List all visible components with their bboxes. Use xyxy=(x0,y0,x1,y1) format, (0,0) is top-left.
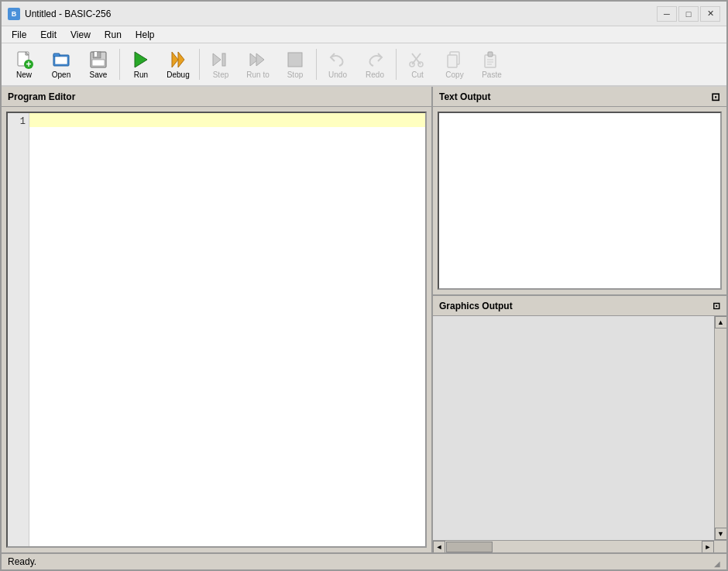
text-output-panel: Text Output ⊡ xyxy=(433,87,726,296)
menu-file[interactable]: File xyxy=(5,27,33,43)
text-output-header: Text Output ⊡ xyxy=(433,87,726,107)
graphics-output-expand-icon[interactable]: ⊡ xyxy=(713,301,720,311)
cut-icon xyxy=(408,50,427,69)
app-icon: B xyxy=(8,8,20,20)
editor-panel: Program Editor 1 xyxy=(2,87,433,552)
svg-marker-17 xyxy=(256,53,264,66)
new-icon: + xyxy=(15,50,33,69)
code-area[interactable] xyxy=(29,113,425,546)
graphics-horizontal-scrollbar[interactable]: ◄ ► xyxy=(433,541,714,552)
window-controls: ─ □ ✕ xyxy=(657,6,720,22)
runto-label: Run to xyxy=(246,71,269,79)
separator-3 xyxy=(316,49,317,80)
maximize-button[interactable]: □ xyxy=(678,6,699,22)
text-output-expand-icon[interactable]: ⊡ xyxy=(711,91,720,103)
title-bar: B Untitled - BASIC-256 ─ □ ✕ xyxy=(2,2,726,26)
svg-text:+: + xyxy=(26,59,31,69)
svg-rect-6 xyxy=(55,57,67,64)
save-button[interactable]: Save xyxy=(81,46,116,83)
cut-button[interactable]: Cut xyxy=(400,46,435,83)
resize-grip[interactable]: ◢ xyxy=(708,556,720,568)
menu-view[interactable]: View xyxy=(64,27,98,43)
svg-marker-11 xyxy=(135,52,147,67)
graphics-horizontal-scrollbar-row: ◄ ► xyxy=(433,540,726,552)
editor-area[interactable]: 1 xyxy=(6,112,427,548)
undo-button[interactable]: Undo xyxy=(320,46,355,83)
step-label: Step xyxy=(213,71,229,79)
new-button[interactable]: + New xyxy=(6,46,42,83)
separator-1 xyxy=(119,49,120,80)
close-button[interactable]: ✕ xyxy=(700,6,720,22)
menu-run[interactable]: Run xyxy=(98,27,129,43)
redo-button[interactable]: Redo xyxy=(357,46,393,83)
open-button[interactable]: Open xyxy=(43,46,79,83)
scrollbar-corner xyxy=(714,541,726,552)
stop-label: Stop xyxy=(287,71,304,79)
text-output-title: Text Output xyxy=(439,91,490,102)
toolbar: + New Open Save xyxy=(2,43,726,87)
step-icon xyxy=(211,50,230,69)
svg-rect-15 xyxy=(222,53,225,66)
save-label: Save xyxy=(90,71,108,79)
undo-icon xyxy=(328,50,347,69)
status-bar: Ready. ◢ xyxy=(2,552,726,569)
text-output-area[interactable] xyxy=(438,112,722,290)
scroll-up-arrow[interactable]: ▲ xyxy=(715,316,727,328)
graphics-vertical-scrollbar[interactable]: ▲ ▼ xyxy=(714,316,726,540)
scroll-track-vertical[interactable] xyxy=(715,328,727,528)
paste-icon xyxy=(482,50,501,69)
runto-icon xyxy=(249,50,267,69)
menu-edit[interactable]: Edit xyxy=(33,27,64,43)
copy-label: Copy xyxy=(445,71,463,79)
open-label: Open xyxy=(52,71,70,79)
run-label: Run xyxy=(134,71,148,79)
graphics-output-title: Graphics Output xyxy=(439,301,513,311)
line-numbers: 1 xyxy=(8,113,29,546)
stop-button[interactable]: Stop xyxy=(277,46,313,83)
scroll-thumb-horizontal[interactable] xyxy=(446,542,493,552)
status-text: Ready. xyxy=(8,556,708,567)
menu-bar: File Edit View Run Help xyxy=(2,26,726,43)
svg-rect-9 xyxy=(94,52,97,57)
svg-rect-10 xyxy=(92,60,105,66)
menu-help[interactable]: Help xyxy=(129,27,162,43)
editor-header: Program Editor xyxy=(2,87,431,107)
debug-label: Debug xyxy=(167,71,189,79)
code-line-1[interactable] xyxy=(29,113,425,127)
svg-marker-12 xyxy=(172,52,178,67)
scroll-down-arrow[interactable]: ▼ xyxy=(715,528,727,540)
graphics-canvas[interactable] xyxy=(433,316,714,540)
graphics-output-header: Graphics Output ⊡ xyxy=(433,296,726,316)
undo-label: Undo xyxy=(328,71,347,79)
open-icon xyxy=(52,50,70,69)
svg-rect-24 xyxy=(448,55,457,67)
minimize-button[interactable]: ─ xyxy=(657,6,677,22)
editor-title: Program Editor xyxy=(8,91,75,102)
paste-label: Paste xyxy=(482,71,502,79)
graphics-output-panel: Graphics Output ⊡ ▲ ▼ ◄ xyxy=(433,296,726,552)
separator-2 xyxy=(199,49,200,80)
run-button[interactable]: Run xyxy=(123,46,159,83)
separator-4 xyxy=(396,49,397,80)
right-panel: Text Output ⊡ Graphics Output ⊡ ▲ ▼ xyxy=(433,87,726,552)
copy-icon xyxy=(445,50,464,69)
scroll-right-arrow[interactable]: ► xyxy=(702,541,714,553)
main-content: Program Editor 1 Text Output ⊡ Graphics … xyxy=(2,87,726,552)
stop-icon xyxy=(286,50,304,69)
graphics-output-area: ▲ ▼ xyxy=(433,316,726,540)
svg-rect-18 xyxy=(288,53,302,67)
copy-button[interactable]: Copy xyxy=(437,46,472,83)
cut-label: Cut xyxy=(411,71,424,79)
svg-marker-13 xyxy=(178,52,184,67)
scroll-left-arrow[interactable]: ◄ xyxy=(433,541,445,553)
svg-marker-14 xyxy=(213,53,221,66)
paste-button[interactable]: Paste xyxy=(474,46,510,83)
debug-icon xyxy=(169,50,187,69)
run-icon xyxy=(132,50,150,69)
runto-button[interactable]: Run to xyxy=(240,46,276,83)
step-button[interactable]: Step xyxy=(203,46,239,83)
debug-button[interactable]: Debug xyxy=(160,46,196,83)
svg-rect-26 xyxy=(488,52,493,57)
scroll-track-horizontal[interactable] xyxy=(445,541,702,553)
svg-rect-5 xyxy=(53,53,60,57)
